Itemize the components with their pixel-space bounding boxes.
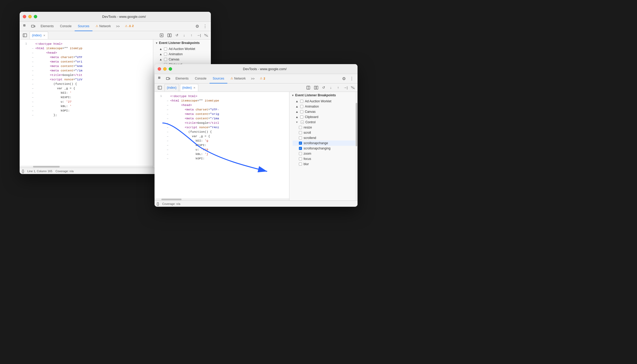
settings-button-1[interactable]: ⚙	[194, 23, 201, 30]
more-tabs-2[interactable]: >>	[249, 77, 257, 81]
checkbox-canvas-1[interactable]	[164, 58, 167, 61]
chevron-icon: ▼	[296, 121, 298, 124]
checkbox-scrollend-2[interactable]	[299, 136, 302, 139]
bp-item-canvas-2[interactable]: ▶ Canvas	[289, 109, 358, 114]
svg-rect-13	[169, 78, 170, 79]
code-line-11: – var _g = {	[20, 86, 153, 91]
file-tab-2b[interactable]: (index) ✕	[180, 84, 199, 91]
breakpoints-header-1[interactable]: ▼ Event Listener Breakpoints	[153, 40, 211, 46]
more-options-button-1[interactable]: ⋮	[201, 23, 209, 30]
code-line-9: – <script nonce="1zV	[20, 77, 153, 82]
checkbox-ad-auction-1[interactable]	[164, 47, 167, 51]
tab-elements-1[interactable]: Elements	[37, 22, 57, 31]
continue-icon-2[interactable]: →|	[342, 85, 349, 91]
tab-network-2[interactable]: ⚠ Network	[227, 74, 249, 83]
refresh-icon-2[interactable]: ↺	[320, 85, 327, 91]
checkbox-clipboard-2[interactable]	[300, 115, 303, 119]
checkbox-scroll-2[interactable]	[299, 131, 302, 134]
curly-braces-icon-2[interactable]: {}	[157, 202, 159, 206]
code-line-7: – <meta content="/im	[20, 68, 153, 73]
new-pane-icon-2[interactable]	[305, 84, 312, 91]
checkbox-blur-2[interactable]	[299, 163, 302, 166]
bp-item-blur-2[interactable]: blur	[293, 161, 358, 167]
close-button-2[interactable]	[158, 67, 161, 71]
deactivate-icon-2[interactable]	[350, 85, 356, 91]
split-pane-icon-2[interactable]	[313, 85, 319, 91]
checkbox-resize-2[interactable]	[299, 126, 302, 129]
split-pane-icon-1[interactable]	[166, 32, 173, 38]
checkbox-ad-auction-2[interactable]	[300, 100, 303, 103]
code-line-13: – kEXPI:	[20, 95, 153, 99]
code-line-8: – <title>Google</tit	[20, 73, 153, 77]
step-out-icon-2[interactable]: ↑	[335, 85, 341, 91]
file-tab-close-2[interactable]: ✕	[193, 86, 196, 89]
tab-elements-2[interactable]: Elements	[172, 74, 192, 83]
tab-sources-1[interactable]: Sources	[75, 22, 92, 31]
file-tab-close-1[interactable]: ✕	[43, 34, 46, 37]
step-over-icon-1[interactable]: ↓	[181, 32, 187, 38]
settings-button-2[interactable]: ⚙	[340, 75, 348, 82]
title-bar-1: DevTools - www.google.com/	[20, 12, 211, 22]
h-scrollbar-2[interactable]	[155, 198, 289, 200]
bp-item-animation-2[interactable]: ▶ Animation	[289, 104, 358, 109]
checkbox-scrollsnapchanging-2[interactable]	[299, 147, 302, 150]
step-out-icon-1[interactable]: ↑	[188, 32, 195, 38]
h-scrollbar-1[interactable]	[20, 166, 153, 168]
bp-item-control-2[interactable]: ▼ Control	[289, 120, 358, 125]
step-over-icon-2[interactable]: ↓	[328, 85, 334, 91]
svg-rect-3	[23, 34, 27, 37]
bp-item-focus-2[interactable]: focus	[293, 156, 358, 161]
code-line-16: – kOPI:	[20, 108, 153, 113]
bp-item-resize-2[interactable]: resize	[293, 125, 358, 130]
continue-icon-1[interactable]: →|	[196, 32, 202, 38]
breakpoints-header-2[interactable]: ▼ Event Listener Breakpoints	[289, 92, 358, 99]
bp-item-scrollsnapchanging-2[interactable]: scrollsnapchanging	[293, 146, 358, 151]
checkbox-control-2[interactable]	[301, 121, 304, 124]
inspect-icon[interactable]	[22, 23, 29, 30]
checkbox-animation-1[interactable]	[164, 53, 167, 56]
bp-item-animation-1[interactable]: ▶ Animation	[153, 52, 211, 57]
checkbox-canvas-2[interactable]	[300, 110, 303, 113]
bp-item-clipboard-2[interactable]: ▶ Clipboard	[289, 114, 358, 120]
more-tabs-1[interactable]: >>	[114, 25, 122, 28]
maximize-button-2[interactable]	[169, 67, 172, 71]
bp-item-ad-auction-1[interactable]: ▶ Ad Auction Worklet	[153, 46, 211, 52]
tab-bar-2: Elements Console Sources ⚠ Network >> ⚠ …	[172, 74, 340, 83]
bp-item-canvas-1[interactable]: ▶ Canvas	[153, 57, 211, 62]
checkbox-zoom-2[interactable]	[299, 152, 302, 155]
device-toggle-icon-2[interactable]	[164, 75, 172, 82]
file-tab-1[interactable]: (index) ✕	[30, 32, 48, 39]
new-tab-icon-1[interactable]	[158, 32, 165, 39]
refresh-icon-1[interactable]: ↺	[174, 32, 180, 38]
bp-item-ad-auction-2[interactable]: ▶ Ad Auction Worklet	[289, 99, 358, 104]
deactivate-icon-1[interactable]	[203, 32, 209, 38]
code-line-2-15: – kOPI:	[155, 156, 289, 161]
tab-sources-2[interactable]: Sources	[210, 74, 227, 83]
close-button-1[interactable]	[23, 15, 26, 18]
minimize-button-2[interactable]	[163, 67, 167, 71]
bp-item-scrollsnapchange-2[interactable]: scrollsnapchange	[293, 141, 358, 146]
file-tab-2a[interactable]: (index)	[164, 84, 179, 91]
checkbox-scrollsnapchange-2[interactable]	[299, 142, 302, 145]
traffic-lights-1	[23, 15, 37, 18]
bp-item-scrollend-2[interactable]: scrollend	[293, 135, 358, 141]
bp-item-scroll-2[interactable]: scroll	[293, 130, 358, 135]
checkbox-animation-2[interactable]	[300, 105, 303, 108]
v-scrollbar-2[interactable]	[355, 92, 358, 200]
checkbox-focus-2[interactable]	[299, 157, 302, 160]
sidebar-toggle-1[interactable]	[21, 32, 29, 39]
tab-network-1[interactable]: ⚠ Network	[92, 22, 114, 31]
inspect-icon-2[interactable]	[157, 75, 164, 82]
sidebar-toggle-2[interactable]	[156, 84, 163, 91]
code-line-2-4: – <meta charset="UTF-	[155, 107, 289, 112]
tab-console-2[interactable]: Console	[192, 74, 210, 83]
device-toggle-icon[interactable]	[30, 23, 37, 30]
maximize-button-1[interactable]	[34, 15, 37, 18]
minimize-button-1[interactable]	[28, 15, 32, 18]
curly-braces-icon-1[interactable]: {}	[22, 169, 24, 173]
bp-item-zoom-2[interactable]: zoom	[293, 151, 358, 156]
more-options-button-2[interactable]: ⋮	[348, 75, 355, 82]
tab-console-1[interactable]: Console	[57, 22, 75, 31]
code-line-2-8: – <script nonce="Y4ni	[155, 125, 289, 130]
chevron-icon: ▶	[295, 111, 298, 113]
